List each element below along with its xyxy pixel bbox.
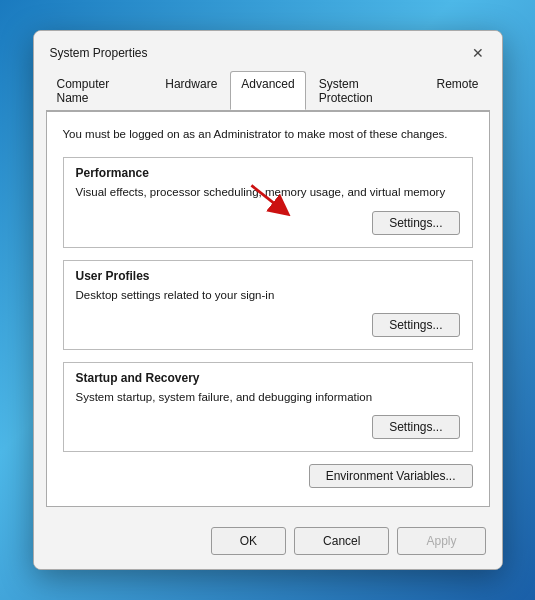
svg-line-1	[252, 185, 282, 209]
startup-recovery-btn-row: Settings...	[76, 415, 460, 439]
user-profiles-desc: Desktop settings related to your sign-in	[76, 287, 460, 303]
user-profiles-title: User Profiles	[76, 269, 460, 283]
ok-button[interactable]: OK	[211, 527, 286, 555]
tabs-row: Computer Name Hardware Advanced System P…	[34, 65, 502, 110]
content-area: You must be logged on as an Administrato…	[46, 111, 490, 507]
tab-system-protection[interactable]: System Protection	[308, 71, 424, 110]
environment-variables-button[interactable]: Environment Variables...	[309, 464, 473, 488]
performance-btn-row: Settings...	[76, 211, 460, 235]
window-title: System Properties	[50, 46, 148, 60]
user-profiles-settings-button[interactable]: Settings...	[372, 313, 459, 337]
tab-remote[interactable]: Remote	[425, 71, 489, 110]
bottom-bar: OK Cancel Apply	[34, 519, 502, 569]
admin-notice: You must be logged on as an Administrato…	[63, 126, 473, 143]
tab-computer-name[interactable]: Computer Name	[46, 71, 153, 110]
red-arrow-icon	[244, 179, 294, 219]
user-profiles-section: User Profiles Desktop settings related t…	[63, 260, 473, 350]
tab-hardware[interactable]: Hardware	[154, 71, 228, 110]
close-button[interactable]: ✕	[466, 41, 490, 65]
env-variables-row: Environment Variables...	[63, 464, 473, 488]
title-bar: System Properties ✕	[34, 31, 502, 65]
performance-section: Performance Visual effects, processor sc…	[63, 157, 473, 247]
performance-settings-button[interactable]: Settings...	[372, 211, 459, 235]
startup-recovery-settings-button[interactable]: Settings...	[372, 415, 459, 439]
user-profiles-btn-row: Settings...	[76, 313, 460, 337]
startup-recovery-section: Startup and Recovery System startup, sys…	[63, 362, 473, 452]
cancel-button[interactable]: Cancel	[294, 527, 389, 555]
tab-advanced[interactable]: Advanced	[230, 71, 305, 110]
startup-recovery-desc: System startup, system failure, and debu…	[76, 389, 460, 405]
apply-button[interactable]: Apply	[397, 527, 485, 555]
system-properties-dialog: System Properties ✕ Computer Name Hardwa…	[33, 30, 503, 570]
startup-recovery-title: Startup and Recovery	[76, 371, 460, 385]
